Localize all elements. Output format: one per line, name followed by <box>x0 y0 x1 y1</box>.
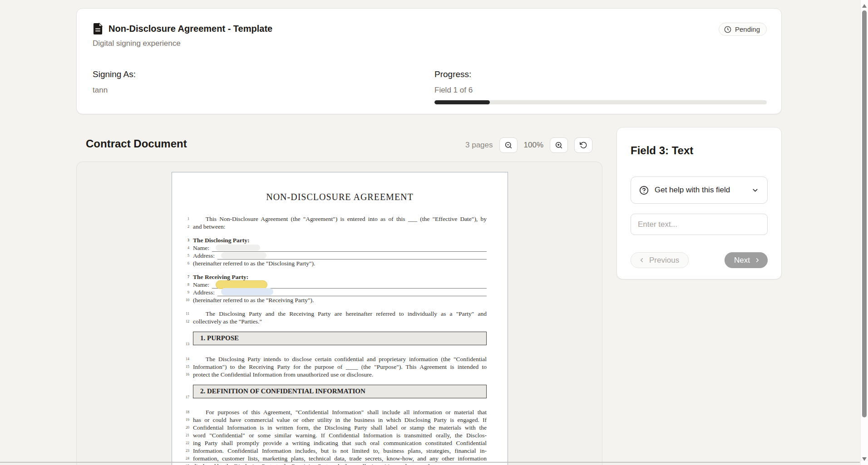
document-line: 8Name: <box>193 281 487 289</box>
document-line-text: (hereinafter referred to as the "Receivi… <box>193 297 314 303</box>
line-number: 9 <box>181 290 189 295</box>
help-dropdown-label: Get help with this field <box>655 186 745 195</box>
zoom-out-icon <box>504 141 513 149</box>
reset-zoom-button[interactable] <box>574 137 592 153</box>
field-label: Address: <box>193 289 215 296</box>
clock-icon <box>724 26 731 33</box>
document-line: 23Information. Confidential Information … <box>193 447 487 455</box>
document-line: 7The Receiving Party: <box>193 273 487 281</box>
zoom-level: 100% <box>524 141 543 150</box>
signing-as-value: tann <box>93 86 434 95</box>
scrollbar[interactable] <box>860 0 868 465</box>
line-number: 7 <box>181 275 189 279</box>
line-number: 8 <box>181 283 189 287</box>
document-line: 19has or could have commercial value or … <box>193 416 487 424</box>
page: { "header": { "title": "Non-Disclosure A… <box>0 0 868 465</box>
progress-block: Progress: Field 1 of 6 <box>434 69 767 104</box>
document-line-text: This Non-Disclosure Agreement (the "Agre… <box>193 215 487 223</box>
page-title: Non-Disclosure Agreement - Template <box>108 24 272 34</box>
line-number: 4 <box>181 246 189 250</box>
page-count: 3 pages <box>465 141 493 150</box>
field-panel: Field 3: Text Get help with this field P… <box>616 127 782 279</box>
field-underline <box>217 290 487 296</box>
document-line: 12collectively as the "Parties." <box>193 318 487 325</box>
line-number: 23 <box>181 449 189 453</box>
document-line-text: disclosed by the Disclosing Party to the… <box>193 463 455 465</box>
next-label: Next <box>734 256 750 265</box>
field-underline <box>212 245 487 252</box>
previous-label: Previous <box>649 256 679 265</box>
zoom-in-button[interactable] <box>550 137 568 153</box>
document-line: 14The Disclosing Party intends to disclo… <box>193 355 487 363</box>
document-line: 9Address: <box>193 289 487 296</box>
field-label: Name: <box>193 281 209 289</box>
window-bottom-edge <box>0 462 860 463</box>
progress-text: Field 1 of 6 <box>434 86 767 95</box>
document-line-text: Information. Confidential Information in… <box>193 447 487 455</box>
line-number: 21 <box>181 433 189 438</box>
line-number: 11 <box>181 312 189 316</box>
help-dropdown[interactable]: Get help with this field <box>631 176 768 204</box>
chevron-right-icon <box>754 257 761 264</box>
page-subtitle: Digital signing experience <box>93 39 767 48</box>
field-highlight-gray[interactable] <box>221 252 266 259</box>
document-line: 18For purposes of this Agreement, "Confi… <box>193 408 487 416</box>
status-badge: Pending <box>719 23 767 36</box>
field-label: Name: <box>193 244 209 252</box>
line-number: 6 <box>181 261 189 266</box>
signing-as-block: Signing As: tann <box>93 69 434 104</box>
scrollbar-thumb[interactable] <box>862 10 867 417</box>
previous-button[interactable]: Previous <box>631 252 689 268</box>
document-viewer: NON-DISCLOSURE AGREEMENT 1This Non-Discl… <box>76 162 602 465</box>
scroll-down-arrow[interactable] <box>862 457 867 461</box>
document-line-text: formation, customer lists, marketing pla… <box>193 455 487 462</box>
scroll-up-arrow[interactable] <box>862 4 867 8</box>
document-line-text: collectively as the "Parties." <box>193 318 262 325</box>
line-number: 18 <box>181 410 189 415</box>
document-line-text: and between: <box>193 223 226 230</box>
zoom-in-icon <box>555 141 563 149</box>
field-highlight-blue[interactable] <box>221 288 273 295</box>
document-line: 21word "Confidential" or some similar wa… <box>193 431 487 439</box>
document-line: 5Address: <box>193 252 487 259</box>
next-button[interactable]: Next <box>725 252 768 268</box>
status-badge-label: Pending <box>735 25 760 33</box>
progress-bar <box>434 100 767 104</box>
document-section-heading: 131. PURPOSE <box>193 332 487 345</box>
document-page: NON-DISCLOSURE AGREEMENT 1This Non-Discl… <box>172 172 508 465</box>
document-line: 16protect the Confidential Information f… <box>193 371 487 378</box>
document-line: 15Information") to the Receiving Party f… <box>193 363 487 371</box>
document-line: 3The Disclosing Party: <box>193 236 487 244</box>
document-line-text: ing Party shall promptly provide a writi… <box>193 439 487 447</box>
line-number: 2 <box>181 225 189 229</box>
document-line: 4Name: <box>193 244 487 252</box>
document-header-card: Non-Disclosure Agreement - Template Digi… <box>76 8 782 114</box>
file-text-icon <box>93 23 103 35</box>
document-line: 6(hereinafter referred to as the "Disclo… <box>193 259 487 267</box>
document-line-text: (hereinafter referred to as the "Disclos… <box>193 260 315 267</box>
document-line-text: Confidential Information is in written f… <box>193 424 487 431</box>
document-line: 11The Disclosing Party and the Receiving… <box>193 310 487 318</box>
document-line-text: Information") to the Receiving Party for… <box>193 363 487 371</box>
field-highlight-gray[interactable] <box>216 245 260 251</box>
zoom-out-button[interactable] <box>499 137 518 153</box>
document-section-heading: 172. DEFINITION OF CONFIDENTIAL INFORMAT… <box>193 385 487 398</box>
line-number: 1 <box>181 217 189 221</box>
document-line: 24formation, customer lists, marketing p… <box>193 455 487 462</box>
contract-document-heading: Contract Document <box>86 137 187 150</box>
line-number: 17 <box>181 395 189 400</box>
progress-fill <box>434 100 490 104</box>
document-line-text: word "Confidential" or some similar warn… <box>193 431 487 439</box>
line-number: 13 <box>181 342 189 347</box>
line-number: 24 <box>181 456 189 461</box>
document-line-text: has or could have commercial value or ot… <box>193 416 487 424</box>
line-number: 5 <box>181 254 189 258</box>
document-line-text: The Disclosing Party: <box>193 237 250 244</box>
chevron-left-icon <box>638 257 645 264</box>
text-input[interactable] <box>631 214 768 235</box>
field-panel-title: Field 3: Text <box>631 144 768 157</box>
line-number: 10 <box>181 298 189 303</box>
line-number: 14 <box>181 357 189 362</box>
line-number: 16 <box>181 372 189 377</box>
document-line-text: protect the Confidential Information fro… <box>193 371 373 378</box>
